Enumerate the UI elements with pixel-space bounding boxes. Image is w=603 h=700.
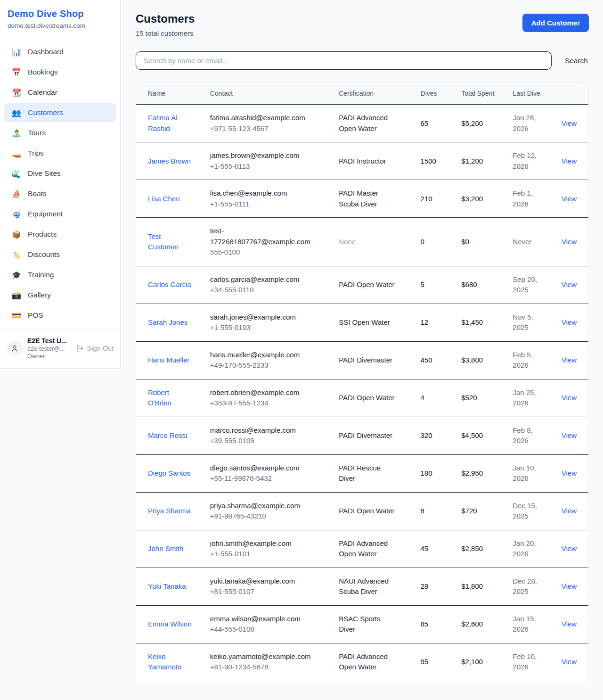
certification: BSAC Sports Diver [339,614,395,635]
customer-name-link[interactable]: Diego Santos [148,468,190,479]
sidebar-item-boats[interactable]: ⛵ Boats [4,184,116,203]
total-spent: $2,600 [461,620,483,628]
view-link[interactable]: View [562,238,577,246]
sidebar-item-label: POS [28,311,43,320]
search-input[interactable] [136,51,552,70]
view-link[interactable]: View [562,318,577,326]
customer-name-link[interactable]: Fatima Al-Rashid [148,113,193,134]
customer-name-link[interactable]: Hans Mueller [148,355,189,366]
customer-name-link[interactable]: Yuki Tanaka [148,581,186,592]
sidebar-item-label: Discounts [28,250,60,259]
page-header: Customers 15 total customers Add Custome… [136,12,589,37]
total-spent: $4,500 [461,431,483,439]
last-dive-date: Feb 5, 2026 [513,350,543,371]
view-link[interactable]: View [562,157,577,165]
customer-phone: +1-555-0111 [210,199,327,210]
view-link[interactable]: View [562,431,577,439]
customer-email: marco.rossi@example.com [210,425,313,436]
view-link[interactable]: View [562,658,577,666]
add-customer-button[interactable]: Add Customer [522,14,589,32]
view-link[interactable]: View [562,620,577,628]
customer-email: keiko.yamamoto@example.com [210,651,313,662]
customer-name-link[interactable]: Emma Wilson [148,619,192,630]
dives-count: 8 [421,507,424,515]
column-header: Last Dive [507,82,555,105]
sidebar-item-pos[interactable]: 💳 POS [4,306,116,325]
sign-out-button[interactable]: Sign Out [76,345,114,352]
dives-count: 180 [421,469,432,477]
view-link[interactable]: View [562,394,577,402]
certification: PADI Open Water [339,280,394,290]
last-dive-date: Jan 25, 2026 [513,387,543,409]
customer-email: lisa.chen@example.com [210,188,313,199]
customer-name-link[interactable]: Sarah Jones [148,317,187,328]
search-button[interactable]: Search [564,55,589,67]
table-row: Yuki Tanaka yuki.tanaka@example.com +81-… [136,568,588,605]
customer-name-link[interactable]: Lisa Chen [148,194,180,205]
sidebar-item-products[interactable]: 📦 Products [4,225,116,244]
dives-count: 12 [421,318,429,326]
dives-count: 4 [421,394,424,402]
sign-out-label: Sign Out [87,345,114,352]
view-link[interactable]: View [562,469,577,477]
customer-name-link[interactable]: John Smith [148,544,183,554]
training-grad-cap-icon: 🎓 [11,271,22,280]
certification: SSI Open Water [339,317,390,328]
view-link[interactable]: View [562,356,577,364]
sidebar-item-bookings[interactable]: 📅 Bookings [4,63,116,82]
column-header: Name [136,82,204,105]
customer-name-link[interactable]: Marco Rossi [148,430,187,441]
customers-table-card: NameContactCertificationDivesTotal Spent… [136,82,589,684]
view-link[interactable]: View [562,280,577,288]
sidebar-item-training[interactable]: 🎓 Training [4,265,116,284]
view-link[interactable]: View [562,119,577,127]
view-link[interactable]: View [562,544,577,552]
customer-email: hans.mueller@example.com [210,350,313,361]
customer-name-link[interactable]: Robert O'Brien [148,387,193,409]
customer-phone: +81-90-1234-5678 [210,662,327,673]
last-dive-date: Feb 12, 2026 [513,150,543,172]
customer-name-link[interactable]: Test Customer [148,231,193,253]
sidebar-item-equipment[interactable]: 🤿 Equipment [4,205,116,223]
customer-name-link[interactable]: Carlos Garcia [148,280,191,290]
sidebar-item-customers[interactable]: 👥 Customers [4,103,116,122]
certification: PADI Open Water [339,506,394,517]
sidebar-item-gallery[interactable]: 📸 Gallery [4,286,116,305]
customer-name-link[interactable]: Keiko Yamamoto [148,651,193,673]
pos-credit-card-icon: 💳 [11,311,22,320]
certification: PADI Master Scuba Diver [339,188,395,209]
sidebar-item-discounts[interactable]: 🏷️ Discounts [4,245,116,264]
sidebar-item-dashboard[interactable]: 📊 Dashboard [4,42,116,61]
customer-count: 15 total customers [136,29,195,37]
table-row: Fatima Al-Rashid fatima.alrashid@example… [136,105,588,142]
sidebar-item-tours[interactable]: 🏝️ Tours [4,124,116,142]
view-link[interactable]: View [562,195,577,203]
customer-name-link[interactable]: James Brown [148,156,191,167]
last-dive-date: Dec 28, 2025 [513,576,543,597]
sidebar-item-trips[interactable]: 🚤 Trips [4,144,116,163]
last-dive-date: Jan 15, 2026 [513,614,543,635]
customer-phone: +1-555-0103 [210,322,327,333]
table-row: John Smith john.smith@example.com +1-555… [136,530,588,568]
products-package-icon: 📦 [11,230,22,239]
sidebar-item-label: Products [28,230,57,239]
last-dive-date: Feb 10, 2026 [513,651,543,673]
table-row: James Brown james.brown@example.com +1-5… [136,142,588,180]
customer-name-link[interactable]: Priya Sharma [148,506,191,517]
table-row: Robert O'Brien robert.obrien@example.com… [136,379,588,417]
view-link[interactable]: View [562,507,577,515]
user-role: Owner [27,353,72,360]
customer-phone: +34-555-0110 [210,285,327,296]
customer-phone: +1-555-0113 [210,161,327,172]
table-body: Fatima Al-Rashid fatima.alrashid@example… [136,105,588,681]
search-row: Search [136,51,589,70]
sidebar-item-dive-sites[interactable]: 🌊 Dive Sites [4,164,116,183]
dives-count: 450 [421,356,432,364]
customer-email: sarah.jones@example.com [210,312,313,323]
tours-island-icon: 🏝️ [11,129,22,138]
total-spent: $3,200 [461,195,483,203]
dives-count: 85 [421,620,429,628]
total-spent: $680 [461,280,477,288]
view-link[interactable]: View [562,582,577,590]
sidebar-item-calendar[interactable]: 📆 Calendar [4,83,116,102]
